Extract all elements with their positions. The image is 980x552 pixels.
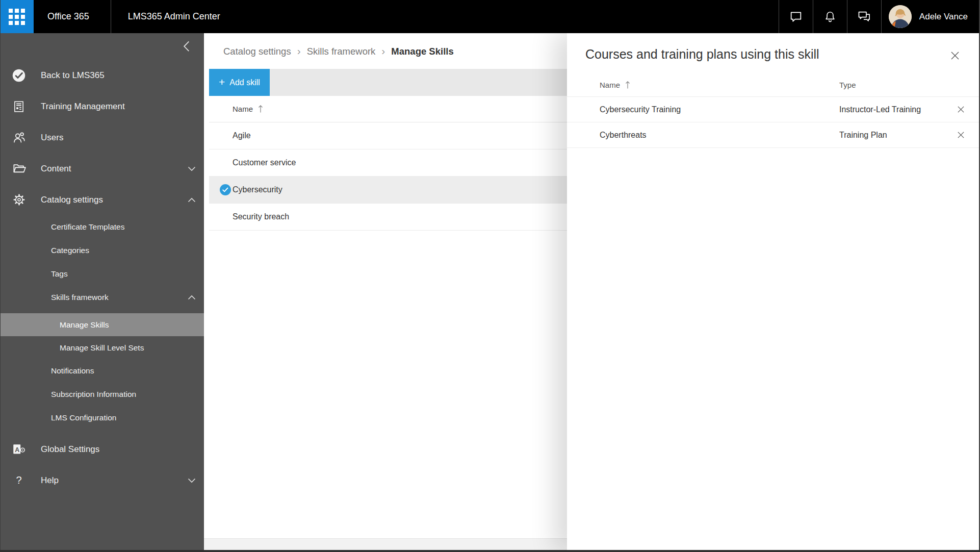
sidebar-item-global-settings[interactable]: A Global Settings xyxy=(0,434,204,465)
sidebar-item-manage-skills[interactable]: Manage Skills xyxy=(0,313,204,336)
breadcrumb: Catalog settings › Skills framework › Ma… xyxy=(204,33,567,58)
sidebar-item-label: Users xyxy=(41,133,63,143)
course-name[interactable]: Cyberthreats xyxy=(600,131,839,140)
breadcrumb-skills-framework[interactable]: Skills framework xyxy=(307,46,376,57)
app-launcher-icon xyxy=(9,9,25,25)
sidebar-item-label: LMS Configuration xyxy=(51,413,116,422)
add-skill-button[interactable]: + Add skill xyxy=(209,69,270,96)
plus-icon: + xyxy=(219,77,225,87)
suite-top-bar: Office 365 LMS365 Admin Center A xyxy=(0,0,980,33)
panel-row-cybersecurity-training: Cybersecurity Training Instructor-Led Tr… xyxy=(567,97,980,122)
app-title-label: LMS365 Admin Center xyxy=(128,11,220,22)
panel-title: Courses and training plans using this sk… xyxy=(585,47,819,62)
sidebar-item-back-to-lms365[interactable]: Back to LMS365 xyxy=(0,60,204,91)
panel-table: Name Type Cybersecurity Training Instruc… xyxy=(567,73,980,148)
sidebar-item-label: Categories xyxy=(51,246,89,255)
close-icon xyxy=(950,51,960,60)
admin-icon: A xyxy=(11,443,27,456)
svg-text:A: A xyxy=(15,446,19,453)
sidebar-item-label: Certificate Templates xyxy=(51,222,124,232)
bottom-strip xyxy=(204,538,567,550)
skill-row-customer-service[interactable]: Customer service xyxy=(209,149,567,177)
sidebar-item-training-management[interactable]: Training Management xyxy=(0,91,204,122)
folder-icon xyxy=(11,162,27,175)
chevron-down-icon xyxy=(188,166,196,171)
sidebar-item-label: Manage Skills xyxy=(60,320,109,330)
bell-icon xyxy=(823,10,837,23)
feedback-icon xyxy=(857,10,871,23)
user-name: Adele Vance xyxy=(919,12,968,22)
panel-type-column-header[interactable]: Type xyxy=(839,81,967,89)
chevron-up-icon xyxy=(188,295,196,300)
chat-icon xyxy=(789,10,803,24)
sidebar-item-manage-skill-level-sets[interactable]: Manage Skill Level Sets xyxy=(0,336,204,359)
app-launcher-button[interactable] xyxy=(0,0,34,33)
name-column-header[interactable]: Name xyxy=(233,105,253,113)
sidebar-item-certificate-templates[interactable]: Certificate Templates xyxy=(0,215,204,239)
sidebar-item-content[interactable]: Content xyxy=(0,153,204,184)
sort-ascending-arrow-icon xyxy=(625,81,631,89)
chevron-down-icon xyxy=(188,478,196,483)
skill-name: Agile xyxy=(233,131,251,140)
feedback-button[interactable] xyxy=(847,0,881,33)
sidebar-item-categories[interactable]: Categories xyxy=(0,239,204,262)
admin-sidebar: Back to LMS365 Training Management Users… xyxy=(0,33,204,552)
sidebar-item-label: Content xyxy=(41,164,71,174)
avatar-photo xyxy=(889,5,912,28)
topbar-actions: Adele Vance xyxy=(779,0,980,33)
remove-x-icon xyxy=(957,131,965,139)
skill-name: Customer service xyxy=(233,158,296,167)
sidebar-item-lms-configuration[interactable]: LMS Configuration xyxy=(0,406,204,430)
office-365-home-link[interactable]: Office 365 xyxy=(34,0,111,33)
breadcrumb-catalog-settings[interactable]: Catalog settings xyxy=(223,46,291,57)
skill-row-cybersecurity[interactable]: Cybersecurity xyxy=(209,177,567,204)
course-name[interactable]: Cybersecurity Training xyxy=(600,105,839,114)
app-title: LMS365 Admin Center xyxy=(111,0,779,33)
remove-course-button[interactable] xyxy=(955,129,967,141)
sidebar-item-label: Notifications xyxy=(51,366,94,375)
breadcrumb-current-page: Manage Skills xyxy=(391,46,453,57)
sidebar-item-skills-framework[interactable]: Skills framework xyxy=(0,286,204,309)
panel-name-column-header[interactable]: Name xyxy=(600,81,839,89)
main-content: Catalog settings › Skills framework › Ma… xyxy=(204,33,567,552)
sidebar-item-tags[interactable]: Tags xyxy=(0,262,204,286)
chevron-up-icon xyxy=(188,197,196,203)
sidebar-item-users[interactable]: Users xyxy=(0,122,204,153)
sidebar-item-label: Back to LMS365 xyxy=(41,70,105,81)
sidebar-item-subscription-information[interactable]: Subscription Information xyxy=(0,383,204,406)
gear-icon xyxy=(11,193,27,207)
skill-row-security-breach[interactable]: Security breach xyxy=(209,204,567,231)
remove-course-button[interactable] xyxy=(955,104,967,115)
skill-row-agile[interactable]: Agile xyxy=(209,122,567,149)
panel-header: Courses and training plans using this sk… xyxy=(567,33,980,62)
sidebar-collapse-row xyxy=(0,33,204,60)
sort-ascending-arrow-icon xyxy=(257,105,264,113)
sidebar-item-label: Skills framework xyxy=(51,293,109,302)
account-menu[interactable]: Adele Vance xyxy=(881,0,980,33)
sidebar-collapse-button[interactable] xyxy=(178,39,194,54)
courses-using-skill-panel: Courses and training plans using this sk… xyxy=(567,33,980,552)
panel-row-cyberthreats: Cyberthreats Training Plan xyxy=(567,122,980,148)
breadcrumb-separator-icon: › xyxy=(381,45,385,58)
sidebar-item-label: Tags xyxy=(51,269,68,279)
sidebar-item-label: Training Management xyxy=(41,102,125,112)
skill-name: Security breach xyxy=(233,212,289,221)
chevron-left-icon xyxy=(183,40,190,53)
selected-check-icon xyxy=(220,184,231,195)
sidebar-item-notifications[interactable]: Notifications xyxy=(0,359,204,383)
add-skill-label: Add skill xyxy=(229,78,260,87)
sidebar-item-help[interactable]: ? Help xyxy=(0,465,204,496)
skill-name: Cybersecurity xyxy=(233,185,282,194)
help-icon: ? xyxy=(11,474,27,486)
course-type: Training Plan xyxy=(839,131,955,140)
training-document-icon xyxy=(11,100,27,113)
sidebar-item-catalog-settings[interactable]: Catalog settings xyxy=(0,184,204,215)
notifications-button[interactable] xyxy=(813,0,847,33)
chat-button[interactable] xyxy=(779,0,813,33)
skills-toolbar: + Add skill xyxy=(209,69,567,96)
avatar xyxy=(889,5,912,28)
users-icon xyxy=(11,131,27,144)
lms365-logo-icon xyxy=(11,68,27,83)
panel-name-column-label: Name xyxy=(600,81,620,89)
panel-close-button[interactable] xyxy=(948,49,962,62)
